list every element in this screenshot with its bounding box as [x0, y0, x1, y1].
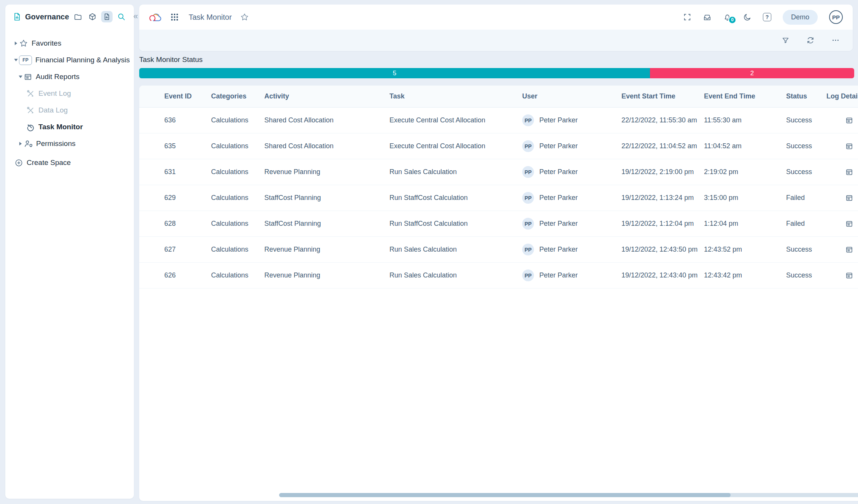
- caret-right-icon[interactable]: [13, 41, 19, 46]
- table-row[interactable]: 629 Calculations StaffCost Planning Run …: [139, 185, 858, 211]
- column-header-log-details[interactable]: Log Details: [826, 92, 858, 100]
- log-details-icon[interactable]: [845, 271, 854, 280]
- log-details-icon[interactable]: [845, 193, 854, 203]
- sidebar-title: Governance: [25, 13, 69, 21]
- sidebar-item-task-monitor[interactable]: Task Monitor: [5, 119, 134, 135]
- demo-badge[interactable]: Demo: [783, 10, 818, 25]
- more-options-icon[interactable]: [831, 36, 840, 44]
- avatar: PP: [522, 218, 534, 230]
- cell-activity: Shared Cost Allocation: [264, 142, 389, 150]
- sidebar-item-financial-planning[interactable]: FP Financial Planning & Analysis: [5, 52, 134, 68]
- log-details-icon[interactable]: [845, 168, 854, 177]
- caret-down-icon[interactable]: [17, 75, 24, 78]
- cell-task: Execute Central Cost Allocation: [389, 116, 522, 124]
- table-row[interactable]: 627 Calculations Revenue Planning Run Sa…: [139, 237, 858, 263]
- search-icon[interactable]: [116, 11, 127, 22]
- column-header-status[interactable]: Status: [786, 92, 826, 100]
- cell-event-id: 636: [164, 116, 211, 124]
- report-toolbar: [139, 30, 853, 51]
- cell-start: 19/12/2022, 12:43:40 pm: [621, 271, 704, 279]
- sidebar-item-event-log[interactable]: Event Log: [5, 85, 134, 102]
- cell-activity: Revenue Planning: [264, 246, 389, 254]
- cell-status: Success: [786, 246, 826, 254]
- cell-status: Success: [786, 116, 826, 124]
- sidebar-item-permissions[interactable]: Permissions: [5, 135, 134, 152]
- cell-status: Success: [786, 168, 826, 176]
- report-group-icon: [24, 73, 32, 81]
- sidebar-item-audit-reports[interactable]: Audit Reports: [5, 68, 134, 85]
- cell-start: 22/12/2022, 11:55:30 am: [621, 116, 704, 124]
- cell-category: Calculations: [211, 116, 264, 124]
- cell-user: Peter Parker: [539, 271, 578, 279]
- tools-icon: [26, 106, 35, 115]
- cell-user-wrap: PP Peter Parker: [522, 166, 621, 178]
- sidebar-header: Governance «: [5, 5, 134, 29]
- notifications-bell-icon[interactable]: 0: [723, 13, 732, 22]
- cell-event-id: 631: [164, 168, 211, 176]
- help-icon[interactable]: ?: [763, 13, 771, 21]
- table-row[interactable]: 631 Calculations Revenue Planning Run Sa…: [139, 159, 858, 185]
- table-row[interactable]: 636 Calculations Shared Cost Allocation …: [139, 108, 858, 133]
- cell-user: Peter Parker: [539, 246, 578, 254]
- caret-right-icon[interactable]: [17, 141, 24, 146]
- column-header-event-end-time[interactable]: Event End Time: [704, 92, 786, 100]
- sidebar-item-label: Data Log: [38, 106, 68, 114]
- table-row[interactable]: 626 Calculations Revenue Planning Run Sa…: [139, 263, 858, 288]
- cell-end: 2:19:02 pm: [704, 168, 786, 176]
- log-details-icon[interactable]: [845, 245, 854, 254]
- favorite-star-icon[interactable]: [240, 13, 249, 22]
- column-header-user[interactable]: User: [522, 92, 621, 100]
- scrollbar-thumb[interactable]: [279, 493, 731, 497]
- table-body: 636 Calculations Shared Cost Allocation …: [139, 108, 858, 288]
- fullscreen-icon[interactable]: [683, 13, 691, 21]
- sidebar-item-label: Permissions: [36, 139, 75, 148]
- apps-grid-icon[interactable]: [170, 13, 179, 21]
- tools-icon: [26, 89, 35, 98]
- refresh-icon[interactable]: [806, 36, 815, 44]
- column-header-event-id[interactable]: Event ID: [164, 92, 211, 100]
- column-header-categories[interactable]: Categories: [211, 92, 264, 100]
- filter-icon[interactable]: [782, 36, 790, 44]
- log-details-icon[interactable]: [845, 142, 854, 151]
- topbar-left: Task Monitor: [148, 11, 249, 23]
- cell-status: Success: [786, 271, 826, 279]
- avatar: PP: [522, 140, 534, 152]
- inbox-icon[interactable]: [703, 13, 712, 22]
- governance-report-icon: [12, 11, 22, 22]
- user-avatar[interactable]: PP: [829, 10, 843, 24]
- cube-icon[interactable]: [87, 11, 98, 22]
- create-space-button[interactable]: Create Space: [5, 154, 134, 171]
- cell-category: Calculations: [211, 220, 264, 228]
- folder-icon[interactable]: [72, 11, 84, 22]
- column-header-event-start-time[interactable]: Event Start Time: [621, 92, 704, 100]
- log-details-icon[interactable]: [845, 219, 854, 228]
- cell-task: Run StaffCost Calculation: [389, 220, 522, 228]
- table-row[interactable]: 635 Calculations Shared Cost Allocation …: [139, 133, 858, 159]
- table-row[interactable]: 628 Calculations StaffCost Planning Run …: [139, 211, 858, 237]
- sidebar-item-label: Audit Reports: [36, 73, 79, 81]
- sidebar-item-data-log[interactable]: Data Log: [5, 102, 134, 119]
- sidebar-item-label: Task Monitor: [38, 123, 83, 131]
- sidebar-tree: Favorites FP Financial Planning & Analys…: [5, 29, 134, 171]
- horizontal-scrollbar[interactable]: [279, 493, 858, 497]
- cell-status: Failed: [786, 220, 826, 228]
- cell-activity: StaffCost Planning: [264, 220, 389, 228]
- app-root: { "theme": { "page_bg": "#e8eef6", "teal…: [0, 0, 858, 504]
- reports-view-icon[interactable]: [101, 11, 113, 22]
- cell-user: Peter Parker: [539, 194, 578, 202]
- column-header-task[interactable]: Task: [389, 92, 522, 100]
- status-segment[interactable]: 5: [139, 68, 650, 78]
- status-segment[interactable]: 2: [650, 68, 854, 78]
- cell-user: Peter Parker: [539, 142, 578, 150]
- column-header-activity[interactable]: Activity: [264, 92, 389, 100]
- avatar: PP: [522, 192, 534, 204]
- jedox-cloud-logo[interactable]: [148, 11, 164, 23]
- dark-mode-moon-icon[interactable]: [743, 13, 752, 21]
- cell-task: Run Sales Calculation: [389, 246, 522, 254]
- task-table: Event ID Categories Activity Task User E…: [139, 86, 858, 501]
- avatar: PP: [522, 244, 534, 255]
- sidebar-item-favorites[interactable]: Favorites: [5, 35, 134, 52]
- cell-start: 19/12/2022, 12:43:50 pm: [621, 246, 704, 254]
- log-details-icon[interactable]: [845, 116, 854, 125]
- caret-down-icon[interactable]: [13, 59, 19, 62]
